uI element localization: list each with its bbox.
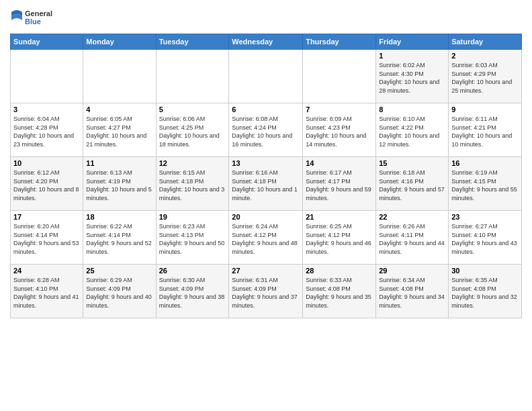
day-number: 5: [159, 105, 226, 113]
day-info: Sunrise: 6:09 AMSunset: 4:23 PMDaylight:…: [306, 115, 373, 148]
day-cell: 8Sunrise: 6:10 AMSunset: 4:22 PMDaylight…: [376, 103, 449, 157]
col-header-wednesday: Wednesday: [229, 34, 303, 50]
day-cell: 25Sunrise: 6:29 AMSunset: 4:09 PMDayligh…: [83, 265, 156, 318]
day-info: Sunrise: 6:03 AMSunset: 4:29 PMDaylight:…: [451, 61, 519, 95]
calendar: SundayMondayTuesdayWednesdayThursdayFrid…: [10, 34, 522, 318]
day-number: 22: [379, 213, 445, 221]
day-number: 19: [159, 213, 226, 221]
day-number: 3: [13, 105, 80, 113]
day-info: Sunrise: 6:04 AMSunset: 4:28 PMDaylight:…: [13, 115, 80, 148]
week-row-0: 1Sunrise: 6:02 AMSunset: 4:30 PMDaylight…: [11, 50, 522, 103]
day-info: Sunrise: 6:15 AMSunset: 4:18 PMDaylight:…: [159, 169, 226, 202]
day-info: Sunrise: 6:23 AMSunset: 4:13 PMDaylight:…: [159, 222, 226, 256]
day-cell: 26Sunrise: 6:30 AMSunset: 4:09 PMDayligh…: [156, 265, 229, 318]
day-info: Sunrise: 6:12 AMSunset: 4:20 PMDaylight:…: [13, 169, 80, 202]
col-header-thursday: Thursday: [303, 34, 376, 50]
day-cell: 10Sunrise: 6:12 AMSunset: 4:20 PMDayligh…: [11, 157, 83, 211]
day-cell: 4Sunrise: 6:05 AMSunset: 4:27 PMDaylight…: [83, 103, 156, 157]
day-cell: 24Sunrise: 6:28 AMSunset: 4:10 PMDayligh…: [11, 265, 83, 318]
day-number: 18: [86, 213, 152, 221]
day-cell: 15Sunrise: 6:18 AMSunset: 4:16 PMDayligh…: [376, 157, 449, 211]
day-number: 29: [379, 267, 445, 275]
day-cell: [156, 50, 229, 103]
day-cell: [11, 50, 83, 103]
day-cell: 29Sunrise: 6:34 AMSunset: 4:08 PMDayligh…: [376, 265, 449, 318]
day-info: Sunrise: 6:33 AMSunset: 4:08 PMDaylight:…: [306, 276, 373, 310]
day-info: Sunrise: 6:19 AMSunset: 4:15 PMDaylight:…: [451, 169, 519, 202]
day-info: Sunrise: 6:11 AMSunset: 4:21 PMDaylight:…: [451, 115, 519, 148]
day-info: Sunrise: 6:31 AMSunset: 4:09 PMDaylight:…: [232, 276, 300, 310]
col-header-saturday: Saturday: [449, 34, 522, 50]
day-cell: 20Sunrise: 6:24 AMSunset: 4:12 PMDayligh…: [229, 211, 303, 265]
day-cell: 2Sunrise: 6:03 AMSunset: 4:29 PMDaylight…: [449, 50, 522, 103]
day-cell: 19Sunrise: 6:23 AMSunset: 4:13 PMDayligh…: [156, 211, 229, 265]
day-number: 1: [379, 52, 445, 60]
svg-text:Blue: Blue: [25, 17, 41, 26]
svg-text:General: General: [25, 9, 52, 17]
calendar-header-row: SundayMondayTuesdayWednesdayThursdayFrid…: [11, 34, 522, 50]
day-cell: 9Sunrise: 6:11 AMSunset: 4:21 PMDaylight…: [449, 103, 522, 157]
day-info: Sunrise: 6:17 AMSunset: 4:17 PMDaylight:…: [306, 169, 373, 202]
day-cell: 5Sunrise: 6:06 AMSunset: 4:25 PMDaylight…: [156, 103, 229, 157]
day-info: Sunrise: 6:35 AMSunset: 4:08 PMDaylight:…: [451, 276, 519, 310]
day-info: Sunrise: 6:13 AMSunset: 4:19 PMDaylight:…: [86, 169, 152, 202]
day-number: 25: [86, 267, 152, 275]
day-number: 17: [13, 213, 80, 221]
day-number: 8: [379, 105, 445, 113]
day-number: 23: [451, 213, 519, 221]
week-row-1: 3Sunrise: 6:04 AMSunset: 4:28 PMDaylight…: [11, 103, 522, 157]
day-number: 7: [306, 105, 373, 113]
day-number: 20: [232, 213, 300, 221]
day-cell: [303, 50, 376, 103]
col-header-tuesday: Tuesday: [156, 34, 229, 50]
day-info: Sunrise: 6:02 AMSunset: 4:30 PMDaylight:…: [379, 61, 445, 95]
day-number: 21: [306, 213, 373, 221]
day-cell: [229, 50, 303, 103]
day-number: 10: [13, 159, 80, 167]
col-header-friday: Friday: [376, 34, 449, 50]
day-info: Sunrise: 6:20 AMSunset: 4:14 PMDaylight:…: [13, 222, 80, 256]
day-number: 24: [13, 267, 80, 275]
day-number: 16: [451, 159, 519, 167]
day-cell: 16Sunrise: 6:19 AMSunset: 4:15 PMDayligh…: [449, 157, 522, 211]
day-cell: 3Sunrise: 6:04 AMSunset: 4:28 PMDaylight…: [11, 103, 83, 157]
day-number: 26: [159, 267, 226, 275]
page-header: GeneralBlue: [10, 7, 522, 28]
day-cell: 28Sunrise: 6:33 AMSunset: 4:08 PMDayligh…: [303, 265, 376, 318]
day-info: Sunrise: 6:27 AMSunset: 4:10 PMDaylight:…: [451, 222, 519, 256]
day-info: Sunrise: 6:06 AMSunset: 4:25 PMDaylight:…: [159, 115, 226, 148]
day-info: Sunrise: 6:30 AMSunset: 4:09 PMDaylight:…: [159, 276, 226, 310]
day-number: 28: [306, 267, 373, 275]
week-row-3: 17Sunrise: 6:20 AMSunset: 4:14 PMDayligh…: [11, 211, 522, 265]
day-info: Sunrise: 6:22 AMSunset: 4:14 PMDaylight:…: [86, 222, 152, 256]
day-number: 11: [86, 159, 152, 167]
week-row-4: 24Sunrise: 6:28 AMSunset: 4:10 PMDayligh…: [11, 265, 522, 318]
day-number: 27: [232, 267, 300, 275]
day-number: 2: [451, 52, 519, 60]
col-header-sunday: Sunday: [11, 34, 83, 50]
day-cell: 27Sunrise: 6:31 AMSunset: 4:09 PMDayligh…: [229, 265, 303, 318]
week-row-2: 10Sunrise: 6:12 AMSunset: 4:20 PMDayligh…: [11, 157, 522, 211]
day-cell: 14Sunrise: 6:17 AMSunset: 4:17 PMDayligh…: [303, 157, 376, 211]
day-cell: 6Sunrise: 6:08 AMSunset: 4:24 PMDaylight…: [229, 103, 303, 157]
day-number: 6: [232, 105, 300, 113]
day-info: Sunrise: 6:29 AMSunset: 4:09 PMDaylight:…: [86, 276, 152, 310]
day-info: Sunrise: 6:24 AMSunset: 4:12 PMDaylight:…: [232, 222, 300, 256]
day-info: Sunrise: 6:26 AMSunset: 4:11 PMDaylight:…: [379, 222, 445, 256]
day-cell: 11Sunrise: 6:13 AMSunset: 4:19 PMDayligh…: [83, 157, 156, 211]
day-cell: 18Sunrise: 6:22 AMSunset: 4:14 PMDayligh…: [83, 211, 156, 265]
day-cell: 23Sunrise: 6:27 AMSunset: 4:10 PMDayligh…: [449, 211, 522, 265]
day-number: 12: [159, 159, 226, 167]
day-info: Sunrise: 6:08 AMSunset: 4:24 PMDaylight:…: [232, 115, 300, 148]
day-number: 9: [451, 105, 519, 113]
day-number: 15: [379, 159, 445, 167]
day-number: 14: [306, 159, 373, 167]
day-cell: 21Sunrise: 6:25 AMSunset: 4:12 PMDayligh…: [303, 211, 376, 265]
day-info: Sunrise: 6:34 AMSunset: 4:08 PMDaylight:…: [379, 276, 445, 310]
day-cell: 1Sunrise: 6:02 AMSunset: 4:30 PMDaylight…: [376, 50, 449, 103]
day-info: Sunrise: 6:05 AMSunset: 4:27 PMDaylight:…: [86, 115, 152, 148]
day-cell: 17Sunrise: 6:20 AMSunset: 4:14 PMDayligh…: [11, 211, 83, 265]
day-number: 30: [451, 267, 519, 275]
day-cell: [83, 50, 156, 103]
day-info: Sunrise: 6:25 AMSunset: 4:12 PMDaylight:…: [306, 222, 373, 256]
